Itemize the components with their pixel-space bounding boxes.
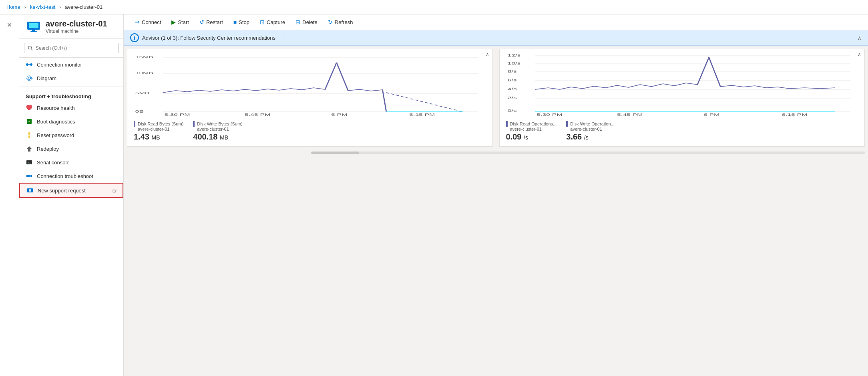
sidebar-label-redeploy: Redeploy xyxy=(37,146,59,152)
new-support-request-icon: ? xyxy=(26,187,34,194)
reset-password-icon xyxy=(26,131,33,139)
legend-title-read: Disk Read Bytes (Sum) xyxy=(138,121,183,126)
y-label-10mb: 10MB xyxy=(135,71,153,75)
resource-icon xyxy=(26,18,42,34)
start-button[interactable]: ▶ Start xyxy=(167,17,193,27)
sidebar-item-serial-console[interactable]: >_ Serial console xyxy=(19,156,123,169)
restart-button[interactable]: ↺ Restart xyxy=(195,17,228,27)
sidebar-label-resource-health: Resource health xyxy=(37,105,75,111)
svg-point-7 xyxy=(28,77,30,79)
legend-unit-write-ops: /s xyxy=(584,134,589,141)
stop-icon: ■ xyxy=(233,19,237,25)
svg-text:6 PM: 6 PM xyxy=(703,113,719,117)
legend-bar-read xyxy=(134,121,135,127)
resource-info: avere-cluster-01 Virtual machine xyxy=(46,19,107,34)
chart-footer-left: Disk Read Bytes (Sum) avere-cluster-01 1… xyxy=(127,118,492,146)
svg-text:5:30 PM: 5:30 PM xyxy=(536,113,562,117)
sidebar-search-container xyxy=(19,39,123,58)
sidebar-item-reset-password[interactable]: Reset password xyxy=(19,128,123,142)
connect-label: Connect xyxy=(142,19,161,25)
chart-svg-right: 12/s 10/s 8/s 6/s 4/s 2/s 0/s xyxy=(506,53,858,117)
svg-rect-13 xyxy=(28,135,30,138)
legend-header-write: Disk Write Bytes (Sum) xyxy=(193,121,242,127)
legend-bar-write-ops xyxy=(566,121,568,127)
sidebar-item-boot-diagnostics[interactable]: + Boot diagnostics xyxy=(19,115,123,128)
sidebar-item-new-support-request[interactable]: ? New support request ☞ xyxy=(19,183,123,198)
boot-diagnostics-icon: + xyxy=(26,118,33,125)
app-wrapper: Home › ke-vfxt-test › avere-cluster-01 ✕ xyxy=(0,0,868,376)
restart-label: Restart xyxy=(206,19,223,25)
connection-monitor-icon xyxy=(26,61,33,68)
legend-disk-write-bytes: Disk Write Bytes (Sum) avere-cluster-01 … xyxy=(193,121,242,142)
svg-line-31 xyxy=(386,93,463,112)
stop-button[interactable]: ■ Stop xyxy=(229,17,254,27)
y-label-5mb: 5MB xyxy=(135,91,149,95)
stop-label: Stop xyxy=(239,19,249,25)
delete-button[interactable]: ⊟ Delete xyxy=(291,17,322,27)
advisor-info-icon: i xyxy=(130,33,139,42)
legend-value-read: 1.43 MB xyxy=(134,132,183,142)
svg-point-5 xyxy=(30,63,32,66)
legend-subtitle-read-ops: avere-cluster-01 xyxy=(510,127,557,131)
sidebar-item-redeploy[interactable]: Redeploy xyxy=(19,142,123,156)
svg-text:8/s: 8/s xyxy=(507,69,516,73)
legend-bar-read-ops xyxy=(506,121,508,127)
legend-subtitle-write: avere-cluster-01 xyxy=(197,127,242,131)
sidebar-label-connection-monitor: Connection monitor xyxy=(37,62,82,68)
left-panel: avere-cluster-01 Virtual machine xyxy=(19,14,124,376)
restart-icon: ↺ xyxy=(199,19,204,25)
sidebar-item-resource-health[interactable]: Resource health xyxy=(19,101,123,115)
svg-rect-2 xyxy=(32,30,35,31)
breadcrumb-vfxt[interactable]: ke-vfxt-test xyxy=(30,4,56,10)
sidebar-label-boot-diagnostics: Boot diagnostics xyxy=(37,119,75,125)
top-bar: Home › ke-vfxt-test › avere-cluster-01 xyxy=(0,0,868,14)
scroll-thumb[interactable] xyxy=(311,152,359,154)
legend-subtitle-read: avere-cluster-01 xyxy=(138,127,183,131)
advisor-text: Advisor (1 of 3): Follow Security Center… xyxy=(142,35,275,41)
sidebar-item-connection-troubleshoot[interactable]: Connection troubleshoot xyxy=(19,169,123,183)
refresh-label: Refresh xyxy=(335,19,353,25)
sidebar-label-connection-troubleshoot: Connection troubleshoot xyxy=(37,173,93,179)
sidebar-label-diagram: Diagram xyxy=(37,75,56,81)
svg-point-4 xyxy=(26,63,28,66)
search-input[interactable] xyxy=(24,43,119,53)
legend-title-read-ops: Disk Read Operations... xyxy=(510,121,557,126)
sidebar: Connection monitor Diagram xyxy=(19,39,123,198)
svg-rect-1 xyxy=(29,23,38,28)
sidebar-item-diagram[interactable]: Diagram xyxy=(19,71,123,85)
refresh-button[interactable]: ↻ Refresh xyxy=(323,17,358,27)
svg-text:5:45 PM: 5:45 PM xyxy=(245,113,270,117)
legend-value-read-ops: 0.09 /s xyxy=(506,132,557,142)
section-divider xyxy=(19,87,123,87)
right-panel: « ⇒ Connect ▶ Start ↺ Restart ■ Sto xyxy=(124,14,868,376)
legend-value-write: 400.18 MB xyxy=(193,132,242,142)
capture-label: Capture xyxy=(267,19,285,25)
close-button[interactable]: ✕ xyxy=(4,19,15,30)
resource-health-icon xyxy=(26,104,33,111)
svg-text:10/s: 10/s xyxy=(507,61,520,65)
breadcrumb-sep-2: › xyxy=(59,4,61,10)
breadcrumb-cluster: avere-cluster-01 xyxy=(65,4,102,10)
legend-header-write-ops: Disk Write Operation... xyxy=(566,121,614,127)
svg-text:+: + xyxy=(28,120,30,123)
svg-rect-3 xyxy=(30,31,37,32)
svg-point-8 xyxy=(27,76,32,81)
toolbar: ⇒ Connect ▶ Start ↺ Restart ■ Stop ⊡ C xyxy=(124,14,868,30)
connect-button[interactable]: ⇒ Connect xyxy=(130,17,166,27)
legend-title-write: Disk Write Bytes (Sum) xyxy=(197,121,242,126)
resource-header: avere-cluster-01 Virtual machine xyxy=(19,14,123,39)
svg-text:6:15 PM: 6:15 PM xyxy=(409,113,435,117)
legend-bar-write xyxy=(193,121,195,127)
capture-button[interactable]: ⊡ Capture xyxy=(255,17,290,27)
connect-icon: ⇒ xyxy=(135,19,140,25)
delete-icon: ⊟ xyxy=(295,19,300,25)
diagram-icon xyxy=(26,75,33,82)
horizontal-scrollbar[interactable] xyxy=(124,150,868,155)
svg-rect-17 xyxy=(26,175,30,177)
legend-value-write-ops: 3.66 /s xyxy=(566,132,614,142)
advisor-arrow: → xyxy=(280,34,286,41)
advisor-banner[interactable]: i Advisor (1 of 3): Follow Security Cent… xyxy=(124,30,868,46)
advisor-collapse-icon[interactable]: ∧ xyxy=(858,35,862,41)
breadcrumb-home[interactable]: Home xyxy=(6,4,20,10)
sidebar-item-connection-monitor[interactable]: Connection monitor xyxy=(19,58,123,71)
